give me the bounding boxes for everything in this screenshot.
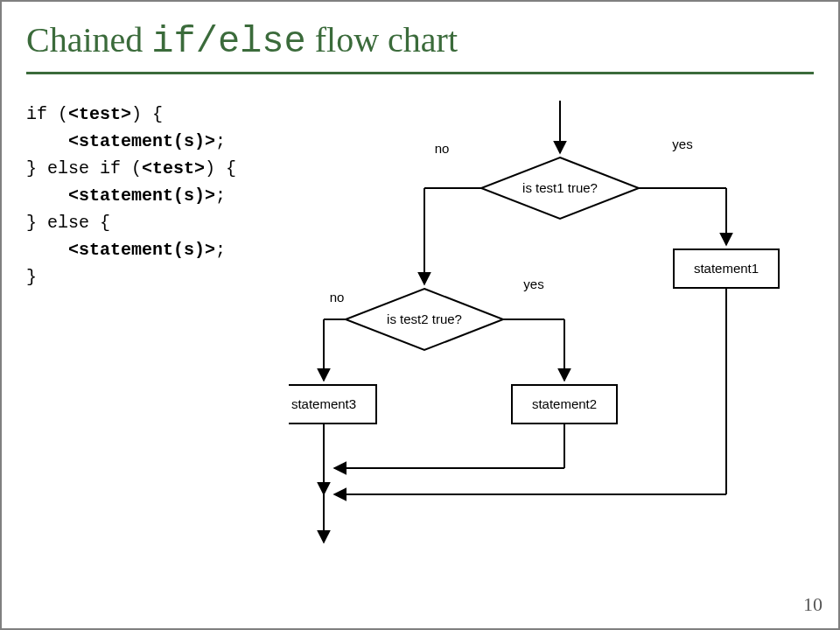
slide: Chained if/else flow chart if (<test>) {… bbox=[0, 0, 840, 630]
test1-label: is test1 true? bbox=[522, 180, 598, 195]
page-number: 10 bbox=[803, 593, 822, 616]
code-line: <statement(s)>; bbox=[26, 236, 289, 263]
slide-title: Chained if/else flow chart bbox=[26, 19, 814, 74]
statement3-label: statement3 bbox=[291, 396, 356, 411]
code-line: <statement(s)>; bbox=[26, 128, 289, 155]
no2-label: no bbox=[330, 290, 345, 304]
code-block: if (<test>) { <statement(s)>; } else if … bbox=[26, 101, 289, 290]
flowchart: is test1 true? yes statement1 no is test… bbox=[289, 101, 814, 559]
yes1-label: yes bbox=[672, 136, 692, 151]
code-line: <statement(s)>; bbox=[26, 182, 289, 209]
code-line: } else { bbox=[26, 209, 289, 236]
title-mono: if/else bbox=[151, 21, 305, 63]
yes2-label: yes bbox=[523, 276, 543, 291]
title-prefix: Chained bbox=[26, 20, 151, 60]
flowchart-svg: is test1 true? yes statement1 no is test… bbox=[289, 101, 814, 556]
no1-label: no bbox=[435, 141, 450, 156]
content-area: if (<test>) { <statement(s)>; } else if … bbox=[26, 101, 814, 559]
statement1-label: statement1 bbox=[694, 261, 759, 276]
statement2-label: statement2 bbox=[532, 396, 597, 411]
code-line: if (<test>) { bbox=[26, 101, 289, 128]
code-line: } else if (<test>) { bbox=[26, 155, 289, 182]
code-line: } bbox=[26, 263, 289, 290]
test2-label: is test2 true? bbox=[387, 312, 462, 326]
title-suffix: flow chart bbox=[306, 20, 458, 60]
